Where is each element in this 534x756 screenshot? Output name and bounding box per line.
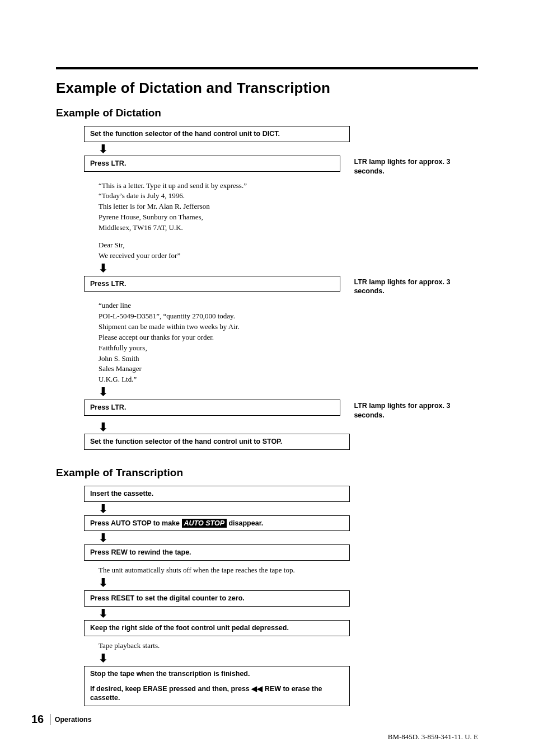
body-line: “Today’s date is July 4, 1996. [99,191,350,201]
body-line: Faithfully yours, [99,343,350,354]
step-foot-pedal: Keep the right side of the foot control … [84,620,350,636]
body-line: Dear Sir, [99,240,350,251]
body-line: Pyrene House, Sunbury on Thames, [99,212,350,223]
dictation-flow: Set the function selector of the hand co… [84,126,478,450]
body-line: Tape playback starts. [99,641,350,651]
body-line: “This is a letter. Type it up and send i… [99,181,350,191]
body-line: Please accept our thanks for your order. [99,332,350,343]
footer-code: BM-845D. 3-859-341-11. U. E [388,732,478,741]
step-press-ltr-1: Press LTR. [84,156,340,172]
arrow-down-icon: ⬇ [99,652,478,664]
body-line: Middlesex, TW16 7AT, U.K. [99,223,350,233]
arrow-down-icon: ⬇ [99,577,478,588]
step-auto-stop: Press AUTO STOP to make AUTO STOP disapp… [84,515,350,532]
body-line: U.K.G. Ltd.” [99,374,350,385]
step-insert-cassette: Insert the cassette. [84,486,350,502]
step-stop-erase: Stop the tape when the transcription is … [84,666,350,707]
step-press-rew: Press REW to rewind the tape. [84,544,350,561]
section-dictation-title: Example of Dictation [56,107,478,119]
body-line: Sales Manager [99,364,350,374]
page-number: 16 [31,713,44,726]
step-press-ltr-3: Press LTR. [84,400,340,416]
arrow-down-icon: ⬇ [99,608,478,619]
dictation-body-2: “under line POI-L-5049-D3581”, “quantity… [99,300,350,385]
page-section-label: Operations [50,714,92,725]
step-press-ltr-2: Press LTR. [84,276,340,292]
step-set-stop: Set the function selector of the hand co… [84,434,350,450]
transcription-body-2: Tape playback starts. [99,641,350,651]
arrow-down-icon: ⬇ [99,421,478,433]
dictation-body-1: “This is a letter. Type it up and send i… [99,181,350,261]
arrow-down-icon: ⬇ [99,143,478,154]
step-set-dict: Set the function selector of the hand co… [84,126,350,142]
step-press-reset: Press RESET to set the digital counter t… [84,590,350,607]
body-line: This letter is for Mr. Alan R. Jefferson [99,201,350,212]
body-line: Shipment can be made within two weeks by… [99,322,350,332]
transcription-body-1: The unit automatically shuts off when th… [99,565,350,576]
top-rule [56,67,478,69]
arrow-down-icon: ⬇ [99,386,478,397]
body-line: John S. Smith [99,354,350,364]
body-line: The unit automatically shuts off when th… [99,565,350,576]
step-text: Stop the tape when the transcription is … [90,669,344,679]
page-footer-left: 16 Operations [31,713,92,726]
arrow-down-icon: ⬇ [99,503,478,514]
body-line: POI-L-5049-D3581”, “quantity 270,000 tod… [99,311,350,322]
inverse-badge: AUTO STOP [182,519,227,528]
body-line: We received your order for” [99,251,350,261]
sidenote-ltr-2: LTR lamp lights for approx. 3 seconds. [354,278,478,297]
section-transcription-title: Example of Transcription [56,467,478,479]
arrow-down-icon: ⬇ [99,262,478,274]
page-title: Example of Dictation and Transcription [56,79,478,97]
step-text: Press AUTO STOP to make [90,519,182,527]
sidenote-ltr-3: LTR lamp lights for approx. 3 seconds. [354,401,478,420]
sidenote-ltr-1: LTR lamp lights for approx. 3 seconds. [354,157,478,176]
body-line: “under line [99,300,350,311]
transcription-flow: Insert the cassette. ⬇ Press AUTO STOP t… [84,486,478,707]
step-text: If desired, keep ERASE pressed and then,… [90,684,344,703]
step-text: disappear. [227,519,263,527]
arrow-down-icon: ⬇ [99,532,478,543]
